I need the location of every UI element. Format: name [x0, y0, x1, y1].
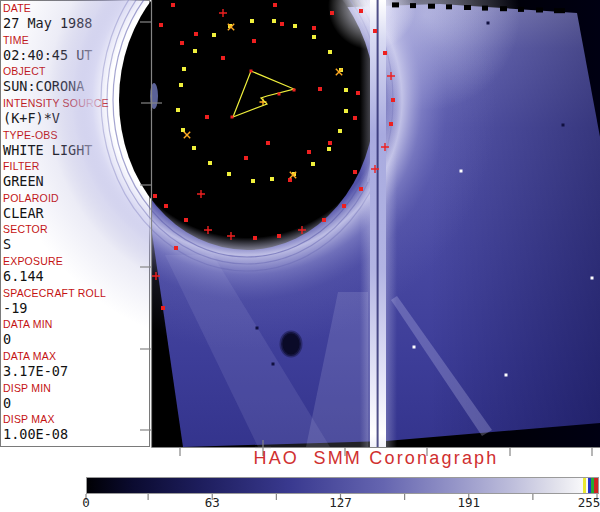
field-value: CLEAR [3, 205, 149, 222]
field-value: SUN:CORONA [3, 78, 149, 95]
field-value: WHITE LIGHT [3, 142, 149, 159]
field-label: TYPE-OBS [3, 129, 149, 142]
colorbar-stripe-red [594, 478, 598, 493]
red-fiducial-dot [288, 178, 292, 182]
metadata-entry: SECTORS [3, 223, 149, 255]
dark-blob-defect [281, 332, 301, 356]
colorbar-tick-label: 255 [578, 495, 600, 510]
metadata-entry: SPACECRAFT ROLL-19 [3, 287, 149, 319]
orange-x-mark [184, 132, 190, 138]
faint-ray [391, 296, 492, 436]
metadata-entry: EXPOSURE6.144 [3, 255, 149, 287]
metadata-entry: POLAROIDCLEAR [3, 192, 149, 224]
orange-plus-mark [260, 99, 267, 106]
yellow-ring-dot [312, 35, 316, 39]
red-fiducial-dot [180, 41, 184, 45]
red-fiducial-dot [353, 116, 357, 120]
yellow-ring-dot [181, 128, 185, 132]
field-value: 0 [3, 395, 149, 412]
orange-x-mark [228, 24, 234, 30]
red-fiducial-dot [159, 23, 163, 27]
white-speck [591, 277, 594, 280]
colorbar-scale: 063127191255 [0, 495, 600, 511]
white-speck [505, 374, 508, 377]
red-ring-dot [383, 51, 387, 55]
image-title: HAO SMM Coronagraph [152, 448, 600, 469]
metadata-entry: DATA MAX3.17E-07 [3, 350, 149, 382]
yellow-ring-dot [212, 33, 216, 37]
plot-frame [140, 0, 600, 456]
disk-rim-highlight [368, 55, 376, 182]
dark-speck [562, 124, 565, 127]
colorbar-tick-label: 127 [329, 495, 352, 510]
plate-right-shading [430, 0, 600, 447]
red-ring-cross [227, 232, 235, 240]
yellow-ring-dot [272, 19, 276, 23]
yellow-ring-dot [327, 147, 331, 151]
yellow-ring-dot [176, 108, 180, 112]
red-fiducial-cross [152, 272, 160, 280]
colorbar-tick-label: 0 [82, 495, 90, 510]
flag-polygon-outline [233, 71, 294, 117]
field-value: (K+F)*V [3, 110, 149, 127]
red-ring-dot [322, 218, 326, 222]
diffraction-ring [113, 0, 381, 257]
red-ring-dot [184, 218, 188, 222]
yellow-ring-dot [293, 24, 297, 28]
yellow-ring-dot [339, 68, 343, 72]
plate-top-marks [392, 2, 565, 13]
metadata-entry: FILTERGREEN [3, 160, 149, 192]
red-ring-dot [359, 187, 363, 191]
streak-base-glow [306, 292, 368, 447]
yellow-ring-dot [270, 177, 274, 181]
field-label: EXPOSURE [3, 255, 149, 268]
diagonal-light-band [165, 255, 330, 447]
red-fiducial-dot [312, 26, 316, 30]
red-ring-cross [371, 165, 379, 173]
yellow-ring-dot [344, 109, 348, 113]
yellow-ring-dot [338, 129, 342, 133]
yellow-ring-dot [311, 162, 315, 166]
red-fiducial-dot [280, 22, 284, 26]
plate-top-glow [330, 0, 520, 111]
streak-glow-right [386, 0, 397, 447]
dark-speck [256, 327, 259, 330]
field-label: POLAROID [3, 192, 149, 205]
field-label: DATA MAX [3, 350, 149, 363]
field-label: DATA MIN [3, 318, 149, 331]
dark-speck [487, 22, 490, 25]
red-ring-cross [387, 72, 395, 80]
field-label: INTENSITY SOURCE [3, 97, 149, 110]
field-label: OBJECT [3, 65, 149, 78]
red-fiducial-dot [194, 32, 198, 36]
pylon-dark-core [377, 0, 379, 447]
red-ring-cross [381, 143, 389, 151]
polygon-vertex-dot [293, 89, 296, 92]
polygon-vertex-dot [278, 93, 281, 96]
red-ring-dot [164, 204, 168, 208]
orange-x-mark [290, 172, 296, 178]
metadata-entry: DISP MAX1.00E-08 [3, 413, 149, 445]
field-value: 27 May 1988 [3, 15, 149, 32]
yellow-ring-dot [344, 88, 348, 92]
yellow-ring-dot [193, 49, 197, 53]
red-ring-dot [389, 122, 393, 126]
field-value: 6.144 [3, 268, 149, 285]
coronagraph-viewer-window: { "sidebar": { "entries": [ {"label": "D… [0, 0, 600, 512]
metadata-entry: TIME02:40:45 UT [3, 34, 149, 66]
yellow-ring-dot [250, 19, 254, 23]
red-fiducial-dot [307, 150, 311, 154]
colorbar-tick-label: 191 [457, 495, 480, 510]
field-value: 1.00E-08 [3, 426, 149, 443]
metadata-entry: DATE27 May 1988 [3, 2, 149, 34]
field-label: DISP MIN [3, 382, 149, 395]
yellow-ring-dot [208, 161, 212, 165]
yellow-ring-dot [292, 172, 296, 176]
field-label: DISP MAX [3, 413, 149, 426]
red-fiducial-dot [221, 56, 225, 60]
occulting-disk [119, 0, 375, 250]
yellow-ring-dot [192, 146, 196, 150]
orange-x-mark [336, 69, 342, 75]
field-value: 0 [3, 331, 149, 348]
field-value: 02:40:45 UT [3, 47, 149, 64]
